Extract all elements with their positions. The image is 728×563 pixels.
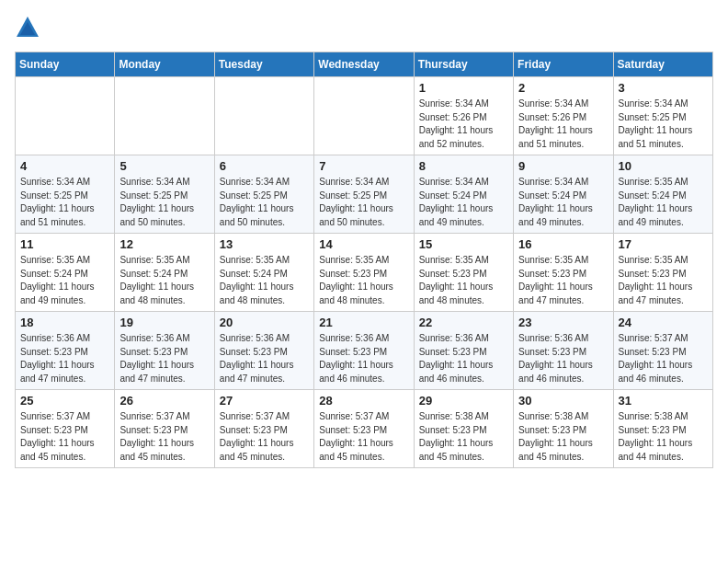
day-info: Sunrise: 5:34 AM Sunset: 5:25 PM Dayligh…: [119, 176, 209, 229]
logo: [15, 15, 44, 40]
day-info: Sunrise: 5:37 AM Sunset: 5:23 PM Dayligh…: [20, 410, 109, 464]
day-number: 18: [20, 316, 109, 329]
calendar-cell: [314, 77, 414, 155]
day-info: Sunrise: 5:38 AM Sunset: 5:23 PM Dayligh…: [518, 410, 608, 464]
calendar-cell: 15Sunrise: 5:35 AM Sunset: 5:23 PM Dayli…: [414, 234, 513, 312]
calendar-cell: 21Sunrise: 5:36 AM Sunset: 5:23 PM Dayli…: [314, 312, 414, 390]
calendar-week-5: 25Sunrise: 5:37 AM Sunset: 5:23 PM Dayli…: [16, 390, 713, 468]
calendar-cell: 16Sunrise: 5:35 AM Sunset: 5:23 PM Dayli…: [514, 234, 613, 312]
day-info: Sunrise: 5:34 AM Sunset: 5:24 PM Dayligh…: [518, 176, 608, 229]
day-number: 15: [419, 237, 508, 251]
calendar-week-3: 11Sunrise: 5:35 AM Sunset: 5:24 PM Dayli…: [16, 234, 713, 312]
day-number: 6: [220, 159, 309, 173]
day-info: Sunrise: 5:35 AM Sunset: 5:24 PM Dayligh…: [619, 176, 708, 229]
calendar-body: 1Sunrise: 5:34 AM Sunset: 5:26 PM Daylig…: [16, 77, 713, 468]
day-info: Sunrise: 5:35 AM Sunset: 5:23 PM Dayligh…: [619, 254, 708, 307]
calendar-week-2: 4Sunrise: 5:34 AM Sunset: 5:25 PM Daylig…: [16, 155, 713, 234]
weekday-header-saturday: Saturday: [613, 52, 712, 77]
calendar-cell: 24Sunrise: 5:37 AM Sunset: 5:23 PM Dayli…: [613, 312, 712, 390]
day-number: 1: [419, 81, 508, 95]
day-number: 3: [619, 81, 708, 95]
day-number: 12: [119, 237, 209, 251]
day-info: Sunrise: 5:35 AM Sunset: 5:23 PM Dayligh…: [319, 254, 408, 307]
calendar-cell: 28Sunrise: 5:37 AM Sunset: 5:23 PM Dayli…: [314, 390, 414, 468]
calendar-cell: 29Sunrise: 5:38 AM Sunset: 5:23 PM Dayli…: [414, 390, 513, 468]
day-info: Sunrise: 5:34 AM Sunset: 5:25 PM Dayligh…: [319, 176, 408, 229]
calendar-cell: 6Sunrise: 5:34 AM Sunset: 5:25 PM Daylig…: [214, 155, 313, 234]
day-info: Sunrise: 5:36 AM Sunset: 5:23 PM Dayligh…: [119, 332, 209, 385]
day-info: Sunrise: 5:34 AM Sunset: 5:26 PM Dayligh…: [518, 98, 608, 151]
day-info: Sunrise: 5:34 AM Sunset: 5:25 PM Dayligh…: [619, 98, 708, 151]
calendar-week-1: 1Sunrise: 5:34 AM Sunset: 5:26 PM Daylig…: [16, 77, 713, 155]
weekday-header-tuesday: Tuesday: [214, 52, 313, 77]
calendar-table: SundayMondayTuesdayWednesdayThursdayFrid…: [15, 52, 713, 468]
weekday-row: SundayMondayTuesdayWednesdayThursdayFrid…: [16, 52, 713, 77]
calendar-header: SundayMondayTuesdayWednesdayThursdayFrid…: [16, 52, 713, 77]
calendar-cell: [115, 77, 214, 155]
day-number: 30: [518, 394, 608, 408]
day-info: Sunrise: 5:38 AM Sunset: 5:23 PM Dayligh…: [619, 410, 708, 464]
day-number: 25: [20, 394, 109, 408]
weekday-header-thursday: Thursday: [414, 52, 513, 77]
day-info: Sunrise: 5:35 AM Sunset: 5:23 PM Dayligh…: [518, 254, 608, 307]
day-number: 10: [619, 159, 708, 173]
calendar-cell: [214, 77, 313, 155]
day-number: 31: [619, 394, 708, 408]
day-number: 23: [518, 316, 608, 329]
calendar-cell: 30Sunrise: 5:38 AM Sunset: 5:23 PM Dayli…: [514, 390, 613, 468]
day-number: 17: [619, 237, 708, 251]
day-number: 11: [20, 237, 109, 251]
day-info: Sunrise: 5:34 AM Sunset: 5:26 PM Dayligh…: [419, 98, 508, 151]
day-info: Sunrise: 5:35 AM Sunset: 5:24 PM Dayligh…: [220, 254, 309, 307]
day-number: 14: [319, 237, 408, 251]
day-number: 22: [419, 316, 508, 329]
calendar-cell: 26Sunrise: 5:37 AM Sunset: 5:23 PM Dayli…: [115, 390, 214, 468]
calendar-cell: 10Sunrise: 5:35 AM Sunset: 5:24 PM Dayli…: [613, 155, 712, 234]
calendar-cell: 18Sunrise: 5:36 AM Sunset: 5:23 PM Dayli…: [16, 312, 115, 390]
calendar-cell: 1Sunrise: 5:34 AM Sunset: 5:26 PM Daylig…: [414, 77, 513, 155]
day-number: 20: [220, 316, 309, 329]
day-number: 7: [319, 159, 408, 173]
calendar-cell: 9Sunrise: 5:34 AM Sunset: 5:24 PM Daylig…: [514, 155, 613, 234]
day-number: 2: [518, 81, 608, 95]
weekday-header-sunday: Sunday: [16, 52, 115, 77]
day-number: 28: [319, 394, 408, 408]
day-info: Sunrise: 5:37 AM Sunset: 5:23 PM Dayligh…: [119, 410, 209, 464]
day-number: 8: [419, 159, 508, 173]
day-info: Sunrise: 5:38 AM Sunset: 5:23 PM Dayligh…: [419, 410, 508, 464]
page-header: [15, 15, 713, 40]
calendar-cell: [16, 77, 115, 155]
day-info: Sunrise: 5:37 AM Sunset: 5:23 PM Dayligh…: [319, 410, 408, 464]
day-info: Sunrise: 5:37 AM Sunset: 5:23 PM Dayligh…: [619, 332, 708, 385]
calendar-cell: 25Sunrise: 5:37 AM Sunset: 5:23 PM Dayli…: [16, 390, 115, 468]
calendar-cell: 12Sunrise: 5:35 AM Sunset: 5:24 PM Dayli…: [115, 234, 214, 312]
day-number: 21: [319, 316, 408, 329]
logo-icon: [15, 15, 40, 40]
calendar-cell: 11Sunrise: 5:35 AM Sunset: 5:24 PM Dayli…: [16, 234, 115, 312]
day-info: Sunrise: 5:37 AM Sunset: 5:23 PM Dayligh…: [220, 410, 309, 464]
day-number: 4: [20, 159, 109, 173]
day-info: Sunrise: 5:35 AM Sunset: 5:24 PM Dayligh…: [20, 254, 109, 307]
day-info: Sunrise: 5:36 AM Sunset: 5:23 PM Dayligh…: [518, 332, 608, 385]
calendar-week-4: 18Sunrise: 5:36 AM Sunset: 5:23 PM Dayli…: [16, 312, 713, 390]
calendar-cell: 2Sunrise: 5:34 AM Sunset: 5:26 PM Daylig…: [514, 77, 613, 155]
day-number: 16: [518, 237, 608, 251]
calendar-cell: 19Sunrise: 5:36 AM Sunset: 5:23 PM Dayli…: [115, 312, 214, 390]
day-number: 5: [119, 159, 209, 173]
day-info: Sunrise: 5:36 AM Sunset: 5:23 PM Dayligh…: [319, 332, 408, 385]
calendar-cell: 23Sunrise: 5:36 AM Sunset: 5:23 PM Dayli…: [514, 312, 613, 390]
day-info: Sunrise: 5:36 AM Sunset: 5:23 PM Dayligh…: [20, 332, 109, 385]
day-number: 27: [220, 394, 309, 408]
day-info: Sunrise: 5:34 AM Sunset: 5:25 PM Dayligh…: [220, 176, 309, 229]
day-number: 19: [119, 316, 209, 329]
calendar-cell: 20Sunrise: 5:36 AM Sunset: 5:23 PM Dayli…: [214, 312, 313, 390]
weekday-header-wednesday: Wednesday: [314, 52, 414, 77]
day-number: 24: [619, 316, 708, 329]
calendar-cell: 17Sunrise: 5:35 AM Sunset: 5:23 PM Dayli…: [613, 234, 712, 312]
day-info: Sunrise: 5:34 AM Sunset: 5:25 PM Dayligh…: [20, 176, 109, 229]
day-number: 29: [419, 394, 508, 408]
calendar-cell: 22Sunrise: 5:36 AM Sunset: 5:23 PM Dayli…: [414, 312, 513, 390]
weekday-header-monday: Monday: [115, 52, 214, 77]
day-info: Sunrise: 5:35 AM Sunset: 5:24 PM Dayligh…: [119, 254, 209, 307]
calendar-cell: 5Sunrise: 5:34 AM Sunset: 5:25 PM Daylig…: [115, 155, 214, 234]
